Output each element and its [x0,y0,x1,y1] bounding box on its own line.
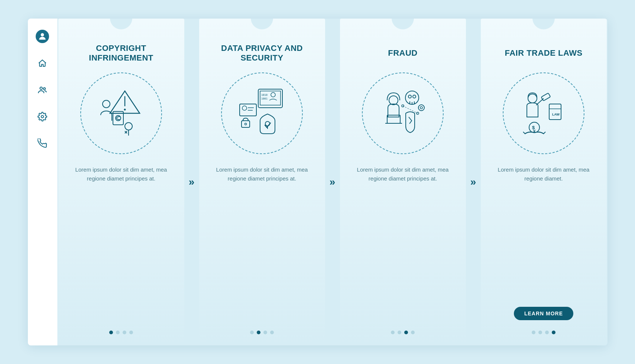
svg-rect-21 [240,104,256,116]
svg-point-22 [242,106,247,110]
dot-1[interactable] [250,331,254,334]
dot-2[interactable] [257,331,260,334]
sidebar-icon-user[interactable] [36,30,49,43]
svg-point-37 [420,107,422,109]
card-copyright-title: COPYRIGHT INFRINGEMENT [69,41,173,65]
svg-point-0 [41,33,44,36]
svg-point-18 [271,92,275,97]
dot-3[interactable] [263,331,267,334]
svg-rect-25 [242,121,250,127]
svg-point-41 [528,94,537,103]
card-fair-trade-title: FAIR TRADE LAWS [505,41,582,65]
dot-1[interactable] [532,331,535,334]
svg-text:1001: 1001 [261,97,268,100]
svg-rect-43 [541,93,550,101]
sidebar-icon-group[interactable] [36,83,49,97]
card-data-privacy-illustration: 1010 1001 [221,72,303,154]
dot-1[interactable] [109,331,113,334]
card-fraud-illustration [362,72,444,154]
dot-1[interactable] [391,331,395,334]
card-fair-trade-illustration: LAW $ [503,72,584,154]
svg-text:$: $ [532,125,535,130]
sidebar-icon-settings[interactable] [36,110,49,123]
svg-rect-28 [387,115,400,123]
sidebar-icon-phone[interactable] [36,137,49,150]
card-fair-trade-dots [532,331,555,334]
card-data-privacy-description: Lorem ipsum dolor sit dim amet, mea regi… [210,165,314,323]
card-data-privacy-dots [250,331,274,334]
svg-point-7 [103,100,110,108]
svg-point-3 [41,116,44,118]
svg-point-1 [40,87,43,90]
svg-point-36 [418,105,424,111]
dot-2[interactable] [398,331,401,334]
svg-point-32 [413,95,416,98]
main-container: COPYRIGHT INFRINGEMENT [28,19,608,345]
dot-3[interactable] [545,331,549,334]
cards-container: COPYRIGHT INFRINGEMENT [58,19,608,345]
dot-4[interactable] [552,331,555,334]
dot-4[interactable] [411,331,415,334]
svg-point-27 [389,96,398,105]
chevron-3: » [466,19,481,345]
card-copyright-dots [109,331,133,334]
card-fraud-description: Lorem ipsum dolor sit dim amet, mea regi… [351,165,455,323]
dot-2[interactable] [116,331,120,334]
dot-4[interactable] [270,331,274,334]
svg-point-26 [245,123,247,125]
svg-text:1010: 1010 [261,94,268,97]
svg-text:LAW: LAW [552,113,560,116]
card-data-privacy: DATA PRIVACY AND SECURITY 1010 1001 [199,19,325,345]
svg-point-31 [408,95,411,98]
dot-2[interactable] [538,331,542,334]
dot-4[interactable] [129,331,133,334]
chevron-1: » [184,19,199,345]
dot-3[interactable] [404,331,408,334]
card-copyright: COPYRIGHT INFRINGEMENT [58,19,184,345]
card-copyright-description: Lorem ipsum dolor sit dim amet, mea regi… [69,165,173,323]
card-fraud-title: FRAUD [388,41,418,65]
dot-3[interactable] [123,331,126,334]
card-fair-trade-description: Lorem ipsum dolor sit dim amet, mea regi… [492,165,596,302]
chevron-2: » [325,19,340,345]
card-fraud-dots [391,331,415,334]
svg-point-10 [125,123,132,130]
svg-point-6 [124,109,126,111]
svg-rect-44 [549,104,561,120]
card-fair-trade: FAIR TRADE LAWS LAW [481,19,607,345]
card-data-privacy-title: DATA PRIVACY AND SECURITY [210,41,314,65]
svg-point-2 [43,88,45,90]
card-copyright-illustration [80,72,162,154]
learn-more-button[interactable]: LEARN MORE [514,307,573,320]
sidebar [28,19,58,345]
sidebar-icon-home[interactable] [36,56,49,70]
card-fraud: FRAUD [340,19,466,345]
